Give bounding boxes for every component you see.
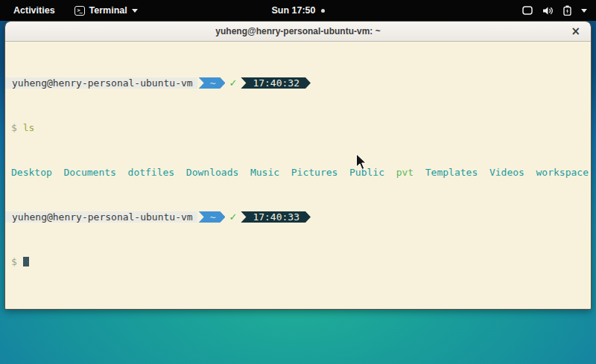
ls-entry: Downloads <box>186 167 238 178</box>
ls-entry: Music <box>250 167 279 178</box>
status-check-icon: ✓ <box>229 211 237 223</box>
clock-label[interactable]: Sun 17:50 <box>271 5 315 16</box>
prompt-time-segment: 17:40:33 <box>241 211 311 223</box>
chevron-down-icon <box>581 9 587 13</box>
status-check-icon: ✓ <box>229 77 237 89</box>
ls-entry: pvt <box>396 167 413 178</box>
notification-dot-icon <box>321 9 325 13</box>
shell-prompt-symbol: $ <box>11 256 17 267</box>
window-title: yuheng@henry-personal-ubuntu-vm: ~ <box>215 26 380 36</box>
shell-prompt-symbol: $ <box>11 122 17 133</box>
ls-entry: Templates <box>425 167 478 178</box>
mouse-pointer-icon <box>355 153 367 174</box>
system-status-area[interactable] <box>522 0 596 21</box>
prompt-time-segment: 17:40:32 <box>241 77 311 89</box>
terminal-content[interactable]: yuheng@henry-personal-ubuntu-vm~✓17:40:3… <box>5 42 591 309</box>
terminal-cursor <box>23 257 29 266</box>
prompt-userhost: yuheng@henry-personal-ubuntu-vm <box>5 211 197 223</box>
input-line[interactable]: $ <box>5 256 591 267</box>
battery-charging-icon <box>563 5 571 16</box>
ls-entry: Desktop <box>11 167 52 178</box>
volume-icon <box>542 6 554 16</box>
ls-output-line: Desktop Documents dotfiles Downloads Mus… <box>5 167 591 178</box>
prompt-userhost: yuheng@henry-personal-ubuntu-vm <box>5 77 197 89</box>
ls-entry: dotfiles <box>128 167 175 178</box>
close-icon[interactable]: × <box>571 26 580 37</box>
top-bar: Activities >_ Terminal Sun 17:50 <box>0 0 596 21</box>
display-icon <box>522 6 533 15</box>
typed-command: ls <box>23 122 35 133</box>
command-line: $ ls <box>5 122 591 133</box>
terminal-app-icon: >_ <box>74 6 85 16</box>
ls-entry: workspace <box>536 167 589 178</box>
ls-entry: Documents <box>63 167 115 178</box>
prompt-cwd-segment: ~ <box>199 77 226 89</box>
ls-entry: Videos <box>489 167 524 178</box>
prompt-cwd-segment: ~ <box>199 211 226 223</box>
window-titlebar[interactable]: yuheng@henry-personal-ubuntu-vm: ~ × <box>5 22 591 42</box>
prompt-line: yuheng@henry-personal-ubuntu-vm~✓17:40:3… <box>5 211 591 223</box>
activities-button[interactable]: Activities <box>7 5 61 16</box>
chevron-down-icon <box>132 9 138 13</box>
prompt-line: yuheng@henry-personal-ubuntu-vm~✓17:40:3… <box>5 77 591 89</box>
app-menu-label: Terminal <box>89 5 127 16</box>
app-menu-terminal[interactable]: >_ Terminal <box>74 5 138 16</box>
terminal-window: yuheng@henry-personal-ubuntu-vm: ~ × yuh… <box>4 21 592 310</box>
ls-entry: Pictures <box>291 167 338 178</box>
